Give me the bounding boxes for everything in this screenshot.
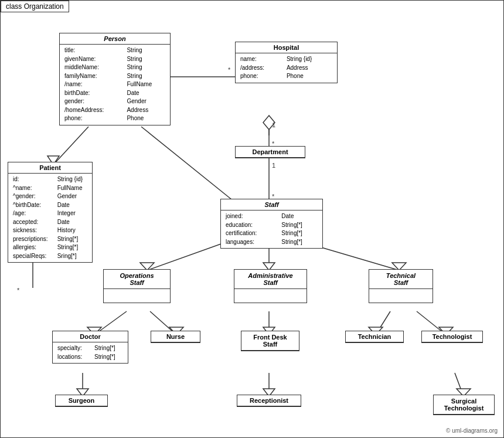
svg-text:*: * xyxy=(228,66,231,73)
svg-line-35 xyxy=(455,373,464,396)
patient-attrs: id:String {id} ^name:FullName ^gender:Ge… xyxy=(8,174,92,262)
nurse-title: Nurse xyxy=(151,331,200,342)
department-title: Department xyxy=(236,147,305,158)
receptionist-class: Receptionist xyxy=(237,395,301,407)
technologist-title: Technologist xyxy=(422,331,482,342)
surgical-technologist-class: SurgicalTechnologist xyxy=(433,395,495,415)
technical-staff-class: TechnicalStaff xyxy=(369,269,433,303)
receptionist-title: Receptionist xyxy=(237,395,301,406)
department-class: Department xyxy=(235,146,305,158)
staff-class: Staff joined:Date education:String[*] ce… xyxy=(220,199,323,249)
front-desk-staff-class: Front DeskStaff xyxy=(241,331,299,351)
technician-title: Technician xyxy=(346,331,403,342)
hospital-class: Hospital name:String {id} /address:Addre… xyxy=(235,42,338,83)
surgical-technologist-title: SurgicalTechnologist xyxy=(434,395,494,415)
copyright: © uml-diagrams.org xyxy=(446,427,498,434)
technical-staff-title: TechnicalStaff xyxy=(369,270,433,289)
svg-line-15 xyxy=(147,241,229,270)
person-class: Person title:String givenName:String mid… xyxy=(59,33,171,125)
front-desk-staff-title: Front DeskStaff xyxy=(241,331,299,351)
svg-text:*: * xyxy=(17,287,20,294)
technologist-class: Technologist xyxy=(421,331,483,343)
svg-line-11 xyxy=(53,127,88,165)
doctor-title: Doctor xyxy=(53,331,128,342)
hospital-title: Hospital xyxy=(236,42,337,53)
staff-title: Staff xyxy=(221,199,322,210)
person-title: Person xyxy=(60,33,170,45)
frame-label: class Organization xyxy=(1,1,69,12)
diagram-container: class Organization * * 1 * 1 * xyxy=(0,0,504,438)
patient-title: Patient xyxy=(8,162,92,174)
operations-staff-class: OperationsStaff xyxy=(103,269,171,303)
patient-class: Patient id:String {id} ^name:FullName ^g… xyxy=(8,162,93,263)
staff-attrs: joined:Date education:String[*] certific… xyxy=(221,210,322,248)
technician-class: Technician xyxy=(345,331,404,343)
hospital-attrs: name:String {id} /address:Address phone:… xyxy=(236,53,337,83)
administrative-staff-title: AdministrativeStaff xyxy=(234,270,307,289)
operations-staff-title: OperationsStaff xyxy=(104,270,170,289)
doctor-attrs: specialty:String[*] locations:String[*] xyxy=(53,342,128,363)
nurse-class: Nurse xyxy=(151,331,200,343)
person-attrs: title:String givenName:String middleName… xyxy=(60,45,170,125)
administrative-staff-class: AdministrativeStaff xyxy=(234,269,307,303)
surgeon-title: Surgeon xyxy=(56,395,107,406)
svg-text:1: 1 xyxy=(272,162,275,169)
surgeon-class: Surgeon xyxy=(55,395,108,407)
svg-text:1: 1 xyxy=(272,121,275,128)
svg-marker-4 xyxy=(263,116,275,130)
doctor-class: Doctor specialty:String[*] locations:Str… xyxy=(52,331,128,364)
